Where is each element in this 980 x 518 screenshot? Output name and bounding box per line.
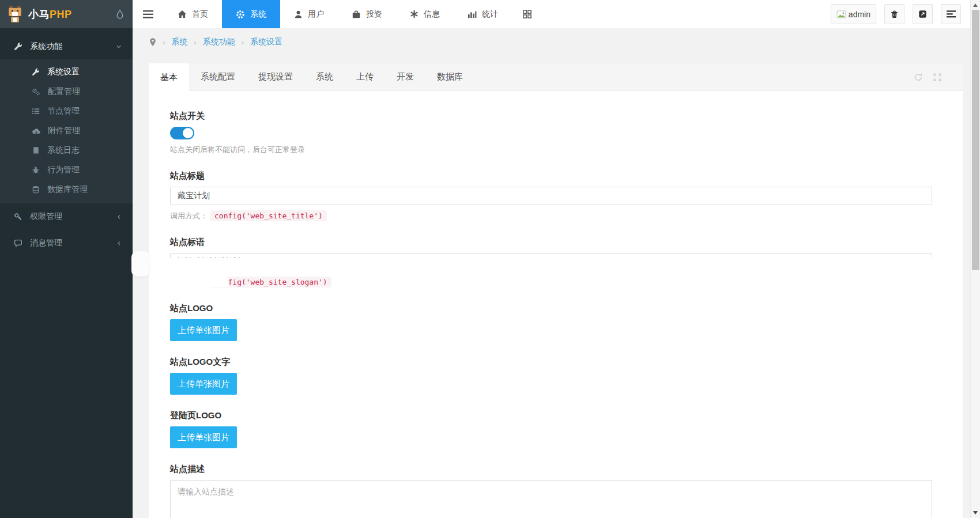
field-label: 站点LOGO文字	[170, 357, 932, 368]
nav-item-label: 信息	[424, 9, 440, 20]
wrench-icon	[32, 68, 40, 76]
chevron-left-icon	[116, 214, 122, 220]
tab-strip-tools	[914, 63, 963, 90]
sidebar-section-permission-management[interactable]: 权限管理	[0, 203, 133, 230]
tab-development[interactable]: 开发	[385, 63, 425, 90]
sidebar-item-label: 行为管理	[47, 165, 80, 175]
field-label: 站点标语	[170, 237, 932, 248]
nav-item-system[interactable]: 系统	[222, 0, 280, 28]
field-hint: 站点关闭后将不能访问，后台可正常登录	[170, 145, 932, 155]
nav-item-home[interactable]: 首页	[164, 0, 222, 28]
log-list-button[interactable]	[941, 4, 961, 24]
hint-prefix: 调用方式：	[170, 211, 208, 221]
sidebar-item-behavior-management[interactable]: 行为管理	[0, 160, 133, 180]
sidebar-item-system-log[interactable]: 系统日志	[0, 141, 133, 160]
trash-button[interactable]	[884, 4, 904, 24]
site-description-textarea[interactable]	[170, 480, 932, 518]
field-site-logo-text: 站点LOGO文字 上传单张图片	[170, 357, 932, 395]
bar-chart-icon	[468, 10, 477, 18]
vertical-scrollbar[interactable]	[970, 0, 980, 518]
upload-image-button[interactable]: 上传单张图片	[170, 373, 237, 395]
book-icon	[32, 146, 40, 154]
breadcrumb-link-system-functions[interactable]: 系统功能	[203, 37, 235, 47]
water-drop-icon	[115, 9, 125, 20]
external-link-icon	[918, 10, 927, 18]
nav-item-label: 统计	[482, 9, 498, 20]
breadcrumb-link-system-settings[interactable]: 系统设置	[250, 37, 282, 47]
tab-label: 系统	[316, 71, 333, 82]
home-icon	[178, 10, 187, 18]
tab-strip: 基本 系统配置 提现设置 系统 上传 开发 数据库	[149, 63, 963, 91]
sidebar-group-label: 系统功能	[30, 41, 62, 52]
sidebar-item-label: 系统日志	[47, 145, 80, 156]
field-site-switch: 站点开关 站点关闭后将不能访问，后台可正常登录	[170, 111, 932, 155]
scroll-up-arrow-icon[interactable]	[973, 3, 978, 7]
nav-item-statistics[interactable]: 统计	[454, 0, 512, 28]
tab-basic[interactable]: 基本	[149, 63, 189, 91]
brand-title: 小马PHP	[28, 7, 110, 21]
sidebar-edge-handle[interactable]	[131, 251, 150, 277]
top-navbar: 首页 系统 用户 投资	[133, 0, 970, 28]
user-icon	[294, 10, 303, 19]
nav-item-information[interactable]: 信息	[396, 0, 454, 28]
external-link-button[interactable]	[913, 4, 933, 24]
topnav-right-tools: admin	[831, 0, 970, 28]
scroll-down-arrow-icon[interactable]	[973, 511, 978, 515]
user-menu-button[interactable]: admin	[831, 4, 876, 24]
nav-item-investment[interactable]: 投资	[338, 0, 396, 28]
field-label: 站点描述	[170, 464, 932, 475]
sidebar-item-config-management[interactable]: 配置管理	[0, 82, 133, 101]
sidebar-item-label: 配置管理	[48, 86, 80, 97]
tab-label: 基本	[160, 72, 178, 83]
chevron-left-icon	[116, 240, 122, 247]
scrollbar-thumb[interactable]	[972, 10, 979, 270]
field-label: 站点开关	[170, 111, 932, 122]
list-lines-icon	[947, 10, 956, 18]
sidebar-section-message-management[interactable]: 消息管理	[0, 230, 133, 256]
tab-upload[interactable]: 上传	[345, 63, 385, 90]
username-label: admin	[849, 10, 870, 19]
sidebar-item-database-management[interactable]: 数据库管理	[0, 180, 133, 199]
sidebar-item-attachment-management[interactable]: 附件管理	[0, 121, 133, 141]
nav-item-label: 首页	[192, 9, 208, 20]
gear-icon	[236, 10, 245, 19]
upload-image-button[interactable]: 上传单张图片	[170, 319, 237, 341]
admin-screen: 小马PHP 系统功能	[0, 0, 980, 518]
sidebar-section-label: 权限管理	[30, 211, 62, 222]
tab-database[interactable]: 数据库	[425, 63, 474, 90]
field-site-logo: 站点LOGO 上传单张图片	[170, 303, 932, 341]
sidebar-section-label: 消息管理	[30, 238, 62, 248]
expand-icon[interactable]	[933, 73, 942, 82]
hamburger-menu-icon[interactable]	[133, 0, 164, 28]
sidebar-submenu: 系统设置 配置管理	[0, 59, 133, 203]
brand-en: PHP	[50, 9, 72, 20]
cloud-upload-icon	[32, 127, 40, 135]
field-site-description: 站点描述	[170, 464, 932, 518]
nav-item-users[interactable]: 用户	[280, 0, 338, 28]
render-glitch-overlay	[149, 273, 228, 287]
breadcrumb-separator: ›	[163, 38, 165, 47]
grid-apps-icon[interactable]	[512, 0, 542, 28]
key-icon	[14, 213, 22, 221]
breadcrumb-link-system[interactable]: 系统	[171, 37, 187, 47]
refresh-icon[interactable]	[914, 73, 923, 82]
site-switch-toggle[interactable]	[170, 127, 194, 139]
toggle-knob	[183, 128, 193, 138]
tab-label: 上传	[356, 71, 374, 82]
tab-system-config[interactable]: 系统配置	[189, 63, 247, 90]
upload-image-button[interactable]: 上传单张图片	[170, 426, 237, 448]
settings-card: 基本 系统配置 提现设置 系统 上传 开发 数据库	[149, 63, 963, 518]
horse-mascot-icon	[7, 6, 23, 23]
sidebar-group-system-functions[interactable]: 系统功能	[0, 33, 133, 59]
site-title-input[interactable]	[170, 187, 932, 205]
tab-withdraw-settings[interactable]: 提现设置	[247, 63, 304, 90]
map-pin-icon	[149, 37, 156, 47]
sidebar-item-label: 系统设置	[47, 67, 80, 77]
field-login-logo: 登陆页LOGO 上传单张图片	[170, 410, 932, 448]
tab-system[interactable]: 系统	[304, 63, 345, 90]
code-snippet: config('web_site_slogan')	[210, 277, 331, 288]
sidebar-item-system-settings[interactable]: 系统设置	[0, 62, 133, 82]
sidebar-item-node-management[interactable]: 节点管理	[0, 101, 133, 121]
logo-bar: 小马PHP	[0, 0, 133, 28]
breadcrumb-separator: ›	[194, 38, 196, 47]
